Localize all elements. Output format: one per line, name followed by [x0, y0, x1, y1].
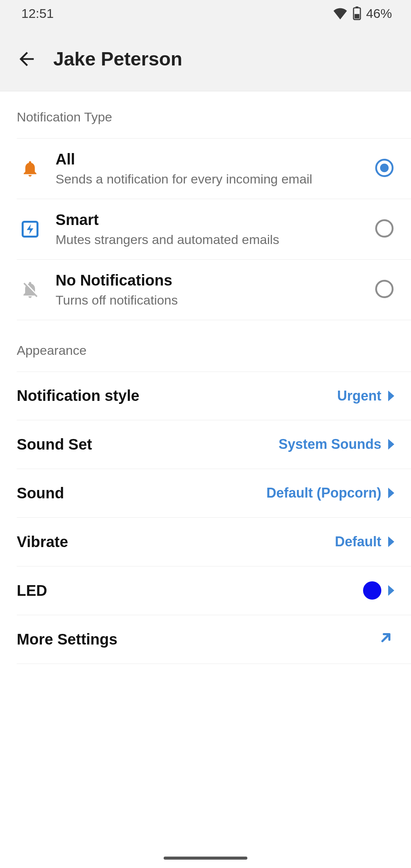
row-sound-set[interactable]: Sound Set System Sounds	[17, 420, 411, 469]
option-none[interactable]: No Notifications Turns off notifications	[17, 260, 411, 320]
setting-label: Sound	[17, 485, 64, 502]
nav-handle[interactable]	[164, 857, 247, 860]
setting-label: Vibrate	[17, 533, 68, 550]
svg-point-4	[380, 164, 389, 172]
row-sound[interactable]: Sound Default (Popcorn)	[17, 469, 411, 518]
svg-point-7	[376, 281, 392, 297]
app-bar: Jake Peterson	[0, 27, 411, 91]
led-color-dot	[363, 581, 381, 600]
wifi-icon	[333, 7, 348, 19]
status-time: 12:51	[21, 6, 54, 21]
option-subtitle: Turns off notifications	[56, 292, 355, 309]
svg-point-6	[376, 220, 392, 236]
chevron-right-icon	[388, 585, 394, 596]
status-battery-pct: 46%	[366, 6, 392, 21]
status-bar: 12:51 46%	[0, 0, 411, 27]
bell-off-icon	[17, 279, 43, 300]
arrow-left-icon	[16, 48, 37, 70]
back-button[interactable]	[11, 44, 42, 74]
section-header-notification-type: Notification Type	[0, 91, 411, 138]
row-more-settings[interactable]: More Settings	[17, 615, 411, 664]
option-title: All	[56, 149, 355, 169]
row-led[interactable]: LED	[17, 566, 411, 615]
option-subtitle: Mutes strangers and automated emails	[56, 231, 355, 249]
battery-icon	[352, 6, 362, 20]
chevron-right-icon	[388, 439, 394, 450]
notification-type-options: All Sends a notification for every incom…	[0, 138, 411, 320]
option-subtitle: Sends a notification for every incoming …	[56, 171, 355, 188]
radio-selected-icon	[374, 158, 394, 179]
row-vibrate[interactable]: Vibrate Default	[17, 518, 411, 566]
option-all[interactable]: All Sends a notification for every incom…	[17, 138, 411, 199]
setting-label: Sound Set	[17, 436, 92, 453]
external-link-icon	[378, 629, 394, 649]
option-title: No Notifications	[56, 270, 355, 290]
radio-unselected-icon	[374, 219, 394, 240]
setting-label: Notification style	[17, 387, 139, 404]
setting-value: System Sounds	[279, 436, 381, 452]
page-title: Jake Peterson	[53, 48, 182, 70]
smart-icon	[17, 219, 43, 239]
setting-label: LED	[17, 582, 47, 599]
option-title: Smart	[56, 210, 355, 230]
row-notification-style[interactable]: Notification style Urgent	[17, 372, 411, 420]
setting-value: Urgent	[337, 388, 381, 404]
section-header-appearance: Appearance	[0, 320, 411, 372]
chevron-right-icon	[388, 488, 394, 498]
appearance-settings: Notification style Urgent Sound Set Syst…	[0, 372, 411, 664]
radio-unselected-icon	[374, 279, 394, 300]
setting-value: Default	[335, 534, 381, 550]
setting-label: More Settings	[17, 631, 117, 648]
chevron-right-icon	[388, 536, 394, 547]
svg-rect-2	[355, 14, 360, 19]
bell-icon	[17, 158, 43, 179]
chevron-right-icon	[388, 391, 394, 401]
option-smart[interactable]: Smart Mutes strangers and automated emai…	[17, 199, 411, 260]
status-right: 46%	[333, 6, 392, 21]
setting-value: Default (Popcorn)	[266, 485, 381, 501]
